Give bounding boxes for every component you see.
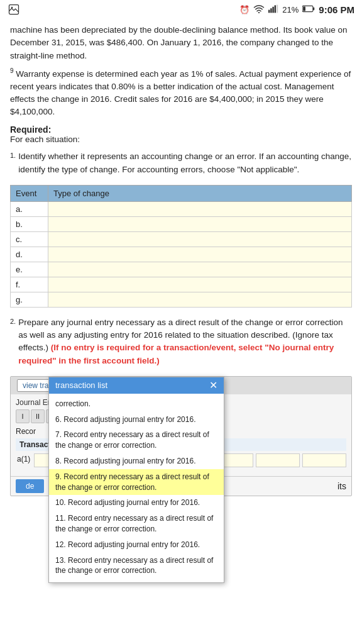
toolbar-btn-2[interactable]: II — [31, 409, 45, 423]
journal-panel: transaction list ✕ correction. 6. Record… — [10, 376, 352, 496]
type-e[interactable] — [48, 262, 352, 277]
event-c: c. — [11, 231, 48, 247]
overlay-close-btn[interactable]: ✕ — [209, 380, 217, 391]
svg-rect-5 — [273, 6, 274, 13]
required-label: Required: — [10, 125, 352, 135]
list-item[interactable]: 7. Record entry necessary as a direct re… — [49, 427, 224, 453]
image-icon — [8, 3, 20, 16]
debit-input-a1[interactable] — [256, 453, 300, 467]
item2-text-highlight: (If no entry is required for a transacti… — [18, 343, 334, 365]
transaction-list-overlay: transaction list ✕ correction. 6. Record… — [48, 377, 224, 583]
event-g: g. — [11, 292, 48, 307]
footer-note: its — [337, 481, 346, 491]
svg-point-2 — [258, 11, 260, 13]
main-content: machine has been depreciated by the doub… — [0, 19, 362, 509]
event-b: b. — [11, 216, 48, 231]
col-type: Type of change — [48, 185, 352, 201]
event-e: e. — [11, 262, 48, 277]
list-item[interactable]: correction. — [49, 396, 224, 412]
svg-rect-4 — [270, 8, 272, 13]
list-item[interactable]: 8. Record adjusting journal entry for 20… — [49, 453, 224, 469]
item2: 2. Prepare any journal entry necessary a… — [10, 316, 352, 367]
overlay-items-list[interactable]: correction. 6. Record adjusting journal … — [49, 394, 224, 582]
table-row: g. — [11, 292, 352, 307]
overlay-title-text: transaction list — [55, 380, 107, 390]
table-row: f. — [11, 277, 352, 292]
table-row: d. — [11, 247, 352, 262]
status-right: ⏰ 21% 9:06 P — [239, 4, 354, 15]
paragraph2: 9 Warranty expense is determined each ye… — [10, 66, 352, 119]
item2-text: Prepare any journal entry necessary as a… — [18, 316, 352, 367]
type-c[interactable] — [48, 231, 352, 247]
status-left — [8, 3, 20, 16]
list-item[interactable]: 10. Record adjusting journal entry for 2… — [49, 495, 224, 511]
event-table: Event Type of change a. b. c. d. e. — [10, 185, 352, 308]
signal-icon — [268, 4, 278, 15]
event-f: f. — [11, 277, 48, 292]
col-event: Event — [11, 185, 48, 201]
item1-num: 1. — [10, 152, 16, 176]
list-item-highlighted[interactable]: 9. Record entry necessary as a direct re… — [49, 469, 224, 496]
svg-rect-6 — [275, 5, 276, 13]
list-item[interactable]: 6. Record adjusting journal entry for 20… — [49, 412, 224, 428]
paragraph1: machine has been depreciated by the doub… — [10, 24, 352, 62]
svg-rect-3 — [268, 9, 270, 13]
toolbar-btn-1[interactable]: I — [16, 409, 30, 423]
done-button[interactable]: de — [16, 479, 44, 493]
alarm-icon: ⏰ — [239, 5, 250, 14]
item1-text: Identify whether it represents an accoun… — [18, 150, 352, 176]
event-a: a. — [11, 201, 48, 216]
table-row: e. — [11, 262, 352, 277]
row-label-a1: a(1) — [16, 453, 31, 467]
item1: 1. Identify whether it represents an acc… — [10, 150, 352, 176]
event-d: d. — [11, 247, 48, 262]
type-d[interactable] — [48, 247, 352, 262]
para2-superscript: 9 — [10, 67, 14, 74]
list-item[interactable]: 14. Record adjusting journal entry for 2… — [49, 579, 224, 582]
table-row: b. — [11, 216, 352, 231]
type-f[interactable] — [48, 277, 352, 292]
svg-rect-10 — [303, 6, 305, 11]
list-item[interactable]: 11. Record entry necessary as a direct r… — [49, 511, 224, 537]
type-g[interactable] — [48, 292, 352, 307]
type-a[interactable] — [48, 201, 352, 216]
required-sub: For each situation: — [10, 135, 352, 144]
table-row: c. — [11, 231, 352, 247]
svg-rect-9 — [313, 7, 314, 10]
overlay-header: transaction list ✕ — [49, 377, 224, 394]
time-display: 9:06 PM — [319, 4, 354, 15]
list-item[interactable]: 12. Record adjusting journal entry for 2… — [49, 537, 224, 553]
battery-percent: 21% — [282, 5, 299, 14]
required-section: Required: For each situation: — [10, 125, 352, 144]
status-bar: ⏰ 21% 9:06 P — [0, 0, 362, 19]
type-b[interactable] — [48, 216, 352, 231]
list-item[interactable]: 13. Record entry necessary as a direct r… — [49, 553, 224, 579]
table-row: a. — [11, 201, 352, 216]
battery-icon — [302, 5, 315, 14]
svg-rect-7 — [277, 4, 278, 13]
credit-input-a1[interactable] — [302, 453, 346, 467]
para2-text: Warranty expense is determined each year… — [10, 69, 351, 116]
wifi-icon — [253, 4, 265, 15]
item2-num: 2. — [10, 318, 16, 367]
